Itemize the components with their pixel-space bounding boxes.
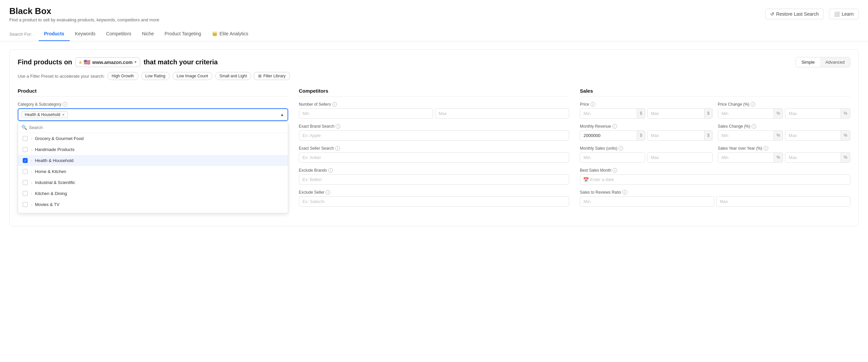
price-max[interactable]: [647, 108, 705, 119]
sales-yoy-max[interactable]: [785, 152, 841, 163]
exact-seller-input[interactable]: [299, 152, 569, 163]
sales-yoy-input-row: % %: [718, 152, 850, 163]
sales-yoy-min[interactable]: [718, 152, 774, 163]
sales-yoy-info-icon[interactable]: i: [764, 146, 768, 151]
exact-brand-input[interactable]: [299, 130, 569, 141]
filter-library-button[interactable]: ⊞ Filter Library: [254, 72, 290, 80]
exact-seller-info-icon[interactable]: i: [335, 146, 340, 151]
num-sellers-info-icon[interactable]: i: [332, 102, 337, 107]
monthly-sales-info-icon[interactable]: i: [618, 146, 623, 151]
tab-niche[interactable]: Niche: [137, 27, 159, 41]
price-group: Price i $ $: [580, 102, 712, 119]
expand-kitchen-icon: ›: [31, 192, 32, 196]
library-icon: ⊞: [258, 74, 261, 78]
category-dropdown: 🔍 › Grocery & Gourmet Food ›: [18, 122, 288, 213]
category-item-musical[interactable]: › Musical Instruments: [18, 210, 288, 213]
learn-icon: ⬜: [834, 11, 840, 17]
category-item-kitchen[interactable]: › Kitchen & Dining: [18, 188, 288, 199]
preset-low-image-count[interactable]: Low Image Count: [173, 72, 213, 80]
restore-icon: ↺: [770, 11, 774, 17]
expand-industrial-icon: ›: [31, 181, 32, 185]
price-change-max[interactable]: [785, 108, 841, 119]
category-item-handmade[interactable]: › Handmade Products: [18, 144, 288, 155]
preset-low-rating[interactable]: Low Rating: [141, 72, 170, 80]
sales-change-max-suffix: %: [841, 130, 850, 141]
sales-yoy-max-suffix: %: [841, 152, 850, 163]
preset-small-and-light[interactable]: Small and Light: [215, 72, 251, 80]
category-checkbox-health[interactable]: ✓: [23, 158, 28, 163]
category-field-group: Category & Subcategory i Health & Househ…: [18, 102, 288, 213]
expand-grocery-icon: ›: [31, 137, 32, 141]
category-checkbox-industrial[interactable]: [23, 180, 28, 185]
category-item-grocery[interactable]: › Grocery & Gourmet Food: [18, 133, 288, 144]
exclude-brands-label: Exclude Brands i: [299, 168, 569, 173]
sales-change-max-wrap: %: [785, 130, 850, 141]
simple-mode-button[interactable]: Simple: [796, 57, 820, 67]
category-checkbox-home[interactable]: [23, 169, 28, 174]
tab-elite-analytics[interactable]: 👑 Elite Analytics: [207, 27, 253, 41]
remove-category-button[interactable]: ×: [62, 112, 65, 117]
tab-keywords[interactable]: Keywords: [70, 27, 101, 41]
price-min-wrap: $: [580, 108, 645, 119]
category-checkbox-grocery[interactable]: [23, 136, 28, 141]
monthly-sales-min[interactable]: [580, 152, 645, 163]
revenue-row: Monthly Revenue i $ $: [580, 124, 850, 146]
price-min[interactable]: [580, 108, 637, 119]
category-search-input[interactable]: [29, 125, 284, 130]
monthly-revenue-group: Monthly Revenue i $ $: [580, 124, 712, 141]
category-item-movies[interactable]: › Movies & TV: [18, 199, 288, 210]
monthly-sales-max[interactable]: [647, 152, 713, 163]
sales-reviews-ratio-max[interactable]: [716, 196, 850, 207]
category-label: Category & Subcategory i: [18, 102, 288, 107]
monthly-revenue-info-icon[interactable]: i: [613, 124, 617, 129]
preset-high-growth[interactable]: High Growth: [107, 72, 138, 80]
best-sales-month-info-icon[interactable]: i: [613, 168, 617, 173]
sales-change-min[interactable]: [718, 130, 774, 141]
filters-grid: Product Category & Subcategory i Health …: [18, 88, 850, 219]
category-checkbox-kitchen[interactable]: [23, 191, 28, 196]
exclude-seller-info-icon[interactable]: i: [326, 190, 330, 195]
monthly-sales-row: Monthly Sales (units) i Sales Year over …: [580, 146, 850, 168]
price-info-icon[interactable]: i: [590, 102, 595, 107]
sales-change-min-wrap: %: [718, 130, 783, 141]
category-checkbox-movies[interactable]: [23, 202, 28, 207]
category-info-icon[interactable]: i: [63, 102, 67, 107]
sales-reviews-ratio-info-icon[interactable]: i: [622, 190, 627, 195]
main-content: Find products on a 🇺🇸 www.amazon.com ▾ t…: [0, 41, 868, 234]
exclude-brands-info-icon[interactable]: i: [328, 168, 333, 173]
best-sales-month-input[interactable]: [580, 174, 850, 185]
exact-seller-group: Exact Seller Search i: [299, 146, 569, 163]
sales-change-max[interactable]: [785, 130, 841, 141]
product-column: Product Category & Subcategory i Health …: [18, 88, 288, 219]
sales-change-info-icon[interactable]: i: [751, 124, 756, 129]
tab-products[interactable]: Products: [39, 27, 70, 41]
app-subtitle: Find a product to sell by evaluating pro…: [9, 17, 159, 22]
exclude-brands-group: Exclude Brands i: [299, 168, 569, 185]
category-item-industrial[interactable]: › Industrial & Scientific: [18, 177, 288, 188]
marketplace-select[interactable]: a 🇺🇸 www.amazon.com ▾: [75, 57, 140, 67]
num-sellers-max[interactable]: [435, 108, 569, 119]
restore-last-search-button[interactable]: ↺ Restore Last Search: [765, 9, 824, 19]
nav-label: Search For:: [9, 32, 32, 37]
learn-button[interactable]: ⬜ Learn: [829, 9, 859, 19]
monthly-sales-label: Monthly Sales (units) i: [580, 146, 712, 151]
exclude-seller-input[interactable]: [299, 196, 569, 207]
category-select-trigger[interactable]: Health & Household × ▲: [18, 108, 288, 121]
tab-competitors[interactable]: Competitors: [101, 27, 136, 41]
category-item-home[interactable]: › Home & Kitchen: [18, 166, 288, 177]
advanced-mode-button[interactable]: Advanced: [820, 57, 850, 67]
category-item-health[interactable]: ✓ › Health & Household: [18, 155, 288, 166]
price-change-min[interactable]: [718, 108, 774, 119]
tab-product-targeting[interactable]: Product Targeting: [159, 27, 206, 41]
sales-reviews-ratio-min[interactable]: [580, 196, 714, 207]
monthly-revenue-max[interactable]: [647, 130, 705, 141]
num-sellers-min[interactable]: [299, 108, 433, 119]
exact-brand-group: Exact Brand Search i: [299, 124, 569, 141]
monthly-revenue-min[interactable]: [580, 130, 637, 141]
price-label: Price i: [580, 102, 712, 107]
category-checkbox-handmade[interactable]: [23, 147, 28, 152]
price-change-info-icon[interactable]: i: [751, 102, 755, 107]
exclude-brands-input[interactable]: [299, 174, 569, 185]
price-change-max-wrap: %: [785, 108, 850, 119]
exact-brand-info-icon[interactable]: i: [336, 124, 340, 129]
